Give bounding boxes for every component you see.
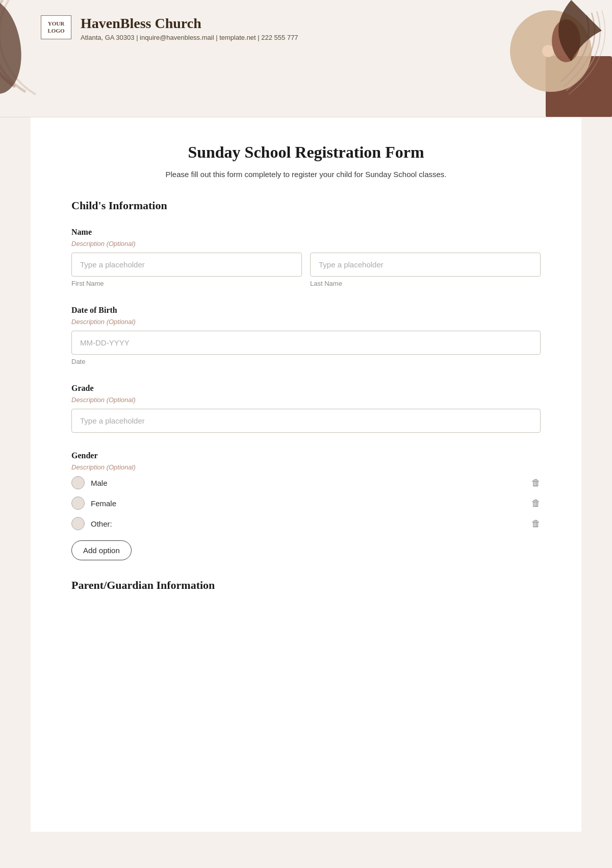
- child-info-section-title: Child's Information: [71, 199, 541, 212]
- svg-point-0: [0, 0, 29, 97]
- radio-label-female: Female: [91, 499, 116, 508]
- grade-input[interactable]: [71, 409, 541, 433]
- dob-field-group: Date of Birth Description (Optional) Dat…: [71, 306, 541, 365]
- first-name-wrapper: First Name: [71, 253, 302, 287]
- radio-circle-other[interactable]: [71, 517, 85, 530]
- grade-description: Description (Optional): [71, 396, 541, 404]
- header-content: YOUR LOGO HavenBless Church Atlanta, GA …: [41, 15, 571, 41]
- dob-description: Description (Optional): [71, 318, 541, 326]
- grade-field-group: Grade Description (Optional): [71, 384, 541, 433]
- delete-other-icon[interactable]: 🗑: [531, 518, 541, 529]
- first-name-input[interactable]: [71, 253, 302, 277]
- church-info: Atlanta, GA 30303 | inquire@havenbless.m…: [81, 34, 298, 41]
- name-label: Name: [71, 228, 541, 237]
- gender-option-male: Male 🗑: [71, 476, 541, 489]
- gender-option-female-left: Female: [71, 497, 116, 510]
- parent-section-title: Parent/Guardian Information: [71, 579, 541, 592]
- header-text: HavenBless Church Atlanta, GA 30303 | in…: [81, 15, 298, 41]
- last-name-wrapper: Last Name: [310, 253, 541, 287]
- name-description: Description (Optional): [71, 240, 541, 247]
- dob-input[interactable]: [71, 331, 541, 355]
- radio-circle-female[interactable]: [71, 497, 85, 510]
- radio-label-male: Male: [91, 479, 108, 487]
- logo-box: YOUR LOGO: [41, 15, 71, 39]
- delete-female-icon[interactable]: 🗑: [531, 498, 541, 509]
- name-input-row: First Name Last Name: [71, 253, 541, 287]
- last-name-sublabel: Last Name: [310, 280, 541, 287]
- main-content: Sunday School Registration Form Please f…: [31, 117, 581, 832]
- add-option-button[interactable]: Add option: [71, 540, 132, 560]
- name-field-group: Name Description (Optional) First Name L…: [71, 228, 541, 287]
- last-name-input[interactable]: [310, 253, 541, 277]
- radio-label-other: Other:: [91, 519, 112, 528]
- gender-option-male-left: Male: [71, 476, 108, 489]
- radio-circle-male[interactable]: [71, 476, 85, 489]
- gender-option-female: Female 🗑: [71, 497, 541, 510]
- gender-field-group: Gender Description (Optional) Male 🗑 Fem…: [71, 451, 541, 560]
- gender-description: Description (Optional): [71, 463, 541, 471]
- church-name: HavenBless Church: [81, 15, 298, 32]
- deco-left-arc: [0, 0, 46, 97]
- dob-label: Date of Birth: [71, 306, 541, 315]
- grade-label: Grade: [71, 384, 541, 393]
- gender-label: Gender: [71, 451, 541, 460]
- page-header: YOUR LOGO HavenBless Church Atlanta, GA …: [0, 0, 612, 117]
- gender-option-other-left: Other:: [71, 517, 112, 530]
- dob-sublabel: Date: [71, 358, 541, 365]
- form-title: Sunday School Registration Form: [71, 143, 541, 162]
- form-subtitle: Please fill out this form completely to …: [71, 170, 541, 179]
- delete-male-icon[interactable]: 🗑: [531, 478, 541, 488]
- first-name-sublabel: First Name: [71, 280, 302, 287]
- gender-option-other: Other: 🗑: [71, 517, 541, 530]
